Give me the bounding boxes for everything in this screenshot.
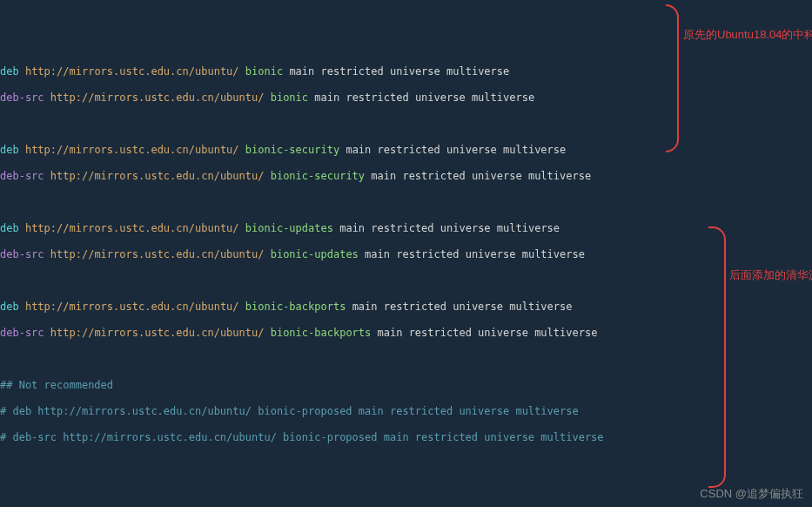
annotation-brace-icon	[708, 226, 726, 488]
blank-line	[0, 457, 812, 470]
blank-line	[0, 353, 812, 366]
comment-line: # deb-src http://mirrors.ustc.edu.cn/ubu…	[0, 431, 812, 444]
blank-line	[0, 483, 812, 497]
source-line: deb-src http://mirrors.ustc.edu.cn/ubunt…	[0, 327, 812, 340]
watermark-text: CSDN @追梦偏执狂	[700, 487, 803, 500]
annotation-text: 原先的Ubuntu18.04的中科大软件源	[683, 28, 812, 42]
source-line: deb http://mirrors.ustc.edu.cn/ubuntu/ b…	[0, 301, 812, 314]
source-line: deb-src http://mirrors.ustc.edu.cn/ubunt…	[0, 170, 812, 183]
annotation-text: 后面添加的清华源	[729, 268, 808, 282]
terminal-editor-content: deb http://mirrors.ustc.edu.cn/ubuntu/ b…	[0, 52, 812, 507]
source-line: deb-src http://mirrors.ustc.edu.cn/ubunt…	[0, 248, 812, 261]
source-line: deb http://mirrors.ustc.edu.cn/ubuntu/ b…	[0, 65, 812, 78]
source-line: deb-src http://mirrors.ustc.edu.cn/ubunt…	[0, 91, 812, 105]
comment-line: # deb http://mirrors.ustc.edu.cn/ubuntu/…	[0, 405, 812, 418]
blank-line	[0, 274, 812, 287]
source-line: deb http://mirrors.ustc.edu.cn/ubuntu/ b…	[0, 222, 812, 235]
annotation-brace-icon	[666, 4, 679, 152]
comment-line: ## Not recommended	[0, 379, 812, 392]
source-line: deb http://mirrors.ustc.edu.cn/ubuntu/ b…	[0, 144, 812, 157]
blank-line	[0, 196, 812, 209]
blank-line	[0, 118, 812, 131]
